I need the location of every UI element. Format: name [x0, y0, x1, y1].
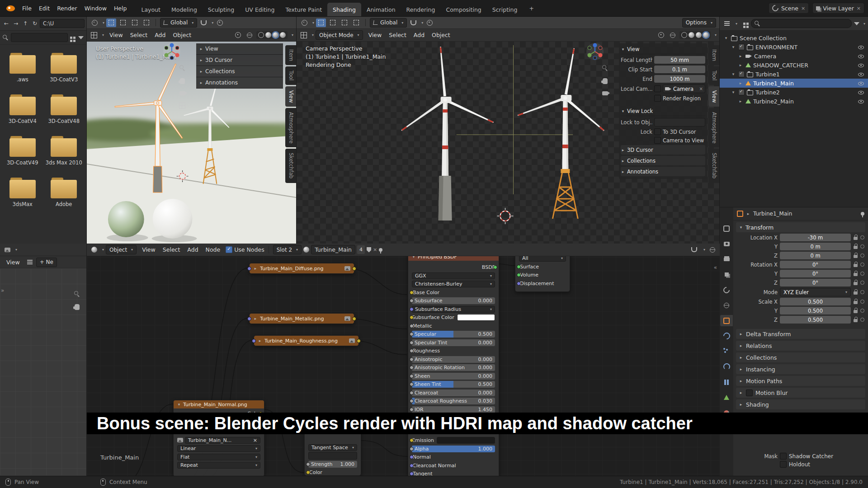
render-region-checkbox[interactable]: [654, 95, 661, 102]
viewport-3d-canvas[interactable]: User Perspective (1) Turbine1 | Turbine1…: [87, 42, 296, 244]
editor-type-icon[interactable]: [299, 31, 308, 39]
shader-menu-item[interactable]: Add: [184, 245, 202, 254]
filter-icon[interactable]: [78, 36, 84, 39]
gizmos-toggle[interactable]: [234, 31, 243, 39]
bsdf-input-row[interactable]: Alpha▾ Alpha 1.000 Alpha Alpha: [412, 446, 495, 452]
input-socket[interactable]: [410, 357, 414, 361]
display-mode-icon[interactable]: [740, 19, 749, 28]
input-socket[interactable]: [517, 273, 521, 277]
overlays-toggle[interactable]: [708, 245, 717, 254]
view-lock-section-header[interactable]: ▾View Lock: [621, 106, 705, 116]
bsdf-input-row[interactable]: Subsurface Radius▾ Subsurface Radius Sub…: [412, 306, 495, 313]
image-texture-node[interactable]: ▸ Turbine_Main_Roughness.png: [254, 335, 359, 346]
select-box-tool[interactable]: [106, 19, 116, 27]
lock-icon[interactable]: [853, 244, 858, 249]
properties-section-header[interactable]: ▸ Relations: [736, 341, 865, 351]
folder-item[interactable]: 3D-CoatV4: [2, 94, 43, 124]
workspace-tab[interactable]: Rendering: [401, 3, 441, 16]
bsdf-input-row[interactable]: Anisotropic▾ Anisotropic 0.000 Anisotrop…: [412, 356, 495, 363]
collection-checkbox[interactable]: [738, 71, 745, 77]
view-section-header[interactable]: ▾View: [621, 44, 705, 54]
value-field[interactable]: 0.500 ▾: [780, 298, 851, 305]
gizmos-toggle[interactable]: [657, 31, 666, 39]
forward-button[interactable]: →: [11, 19, 20, 28]
input-socket[interactable]: [410, 299, 414, 303]
select-tweak-tool[interactable]: [118, 19, 128, 27]
expand-toggle[interactable]: ▸: [738, 54, 743, 58]
properties-tab[interactable]: [720, 300, 733, 311]
bsdf-input-row[interactable]: Christensen-Burley▾ Christensen-Burley C…: [412, 281, 495, 287]
visibility-eye-toggle[interactable]: [858, 80, 864, 86]
number-field[interactable]: 0.1 m: [654, 66, 705, 73]
options-dropdown[interactable]: Options▾: [682, 18, 716, 28]
viewport-menu-item[interactable]: Select: [385, 31, 410, 39]
viewport-menu-item[interactable]: Object: [169, 31, 195, 39]
fake-user-shield-icon[interactable]: [367, 247, 371, 253]
properties-tab[interactable]: [720, 330, 733, 342]
properties-tab[interactable]: [720, 284, 733, 296]
sidebar-tab[interactable]: Item: [708, 45, 719, 65]
animate-dot[interactable]: [860, 309, 864, 313]
bsdf-input-row[interactable]: Clearcoat Roughness▾ Clearcoat Roughness…: [412, 398, 495, 404]
workspace-tab[interactable]: Shading: [327, 3, 361, 16]
visibility-eye-toggle[interactable]: [858, 53, 864, 59]
color-swatch[interactable]: [437, 437, 495, 444]
shadow-catcher-checkbox[interactable]: [780, 453, 787, 460]
folder-item[interactable]: 3D-CoatV3: [43, 53, 85, 83]
sidebar-tab[interactable]: Sketchfab: [708, 149, 719, 183]
lock-icon[interactable]: [853, 289, 858, 295]
lock-icon[interactable]: [853, 317, 858, 323]
topbar-menu-item[interactable]: Edit: [35, 4, 53, 13]
lock-object-field[interactable]: [654, 118, 705, 127]
properties-section-header[interactable]: ▸ Delta Transform: [736, 329, 865, 339]
up-button[interactable]: ↑: [21, 19, 30, 28]
outliner-row[interactable]: ▾ Turbine2: [720, 88, 868, 97]
input-socket[interactable]: [410, 324, 414, 328]
principled-bsdf-node[interactable]: ▾Principled BSDF BSDF GGX▾ GGX GGX GGX: [408, 252, 499, 476]
normal-texture-node[interactable]: ▾Turbine_Main_Normal.png Color Turbine_M…: [173, 400, 264, 476]
properties-tab[interactable]: [720, 392, 733, 403]
outliner-row[interactable]: ▾ Scene Collection: [720, 33, 868, 42]
filter-icon[interactable]: [854, 22, 859, 25]
new-image-button[interactable]: + Ne: [36, 258, 57, 267]
bsdf-input-row[interactable]: Metallic▾ Metallic Metallic Metallic: [412, 323, 495, 329]
view-layer-selector[interactable]: View Layer ×: [812, 3, 864, 14]
solid-shading-button[interactable]: [689, 32, 694, 38]
input-socket[interactable]: [410, 455, 414, 459]
vector-input-socket[interactable]: [252, 339, 256, 343]
color-output-socket[interactable]: [352, 267, 356, 271]
lock-icon[interactable]: [853, 280, 858, 286]
color-input-socket[interactable]: [306, 470, 310, 474]
input-socket[interactable]: [410, 399, 414, 403]
editor-type-icon[interactable]: [722, 19, 731, 28]
image-editor-canvas[interactable]: »: [0, 268, 86, 475]
properties-section-header[interactable]: ▸ Instancing: [736, 364, 865, 374]
proportional-editing-toggle[interactable]: [425, 19, 434, 27]
output-input-row[interactable]: Displacement: [519, 280, 566, 287]
snap-toggle[interactable]: [690, 245, 699, 254]
select-lasso-tool[interactable]: [351, 19, 361, 27]
image-texture-node[interactable]: ▸ Turbine_Main_Metalic.png: [249, 313, 354, 324]
viewport-menu-item[interactable]: View: [106, 31, 127, 39]
view-menu-item[interactable]: View: [3, 258, 24, 267]
editor-type-icon[interactable]: [90, 31, 99, 39]
expand-toggle[interactable]: ▸: [738, 63, 743, 67]
input-socket[interactable]: [517, 282, 521, 286]
zoom-icon[interactable]: [74, 291, 80, 297]
properties-tab[interactable]: [720, 315, 733, 326]
value-field[interactable]: -30 m ▾: [780, 234, 851, 241]
bsdf-input-row[interactable]: Normal▾ Normal Normal Normal: [412, 454, 495, 460]
workspace-tab[interactable]: Layout: [136, 3, 166, 16]
lock-icon[interactable]: [853, 253, 858, 258]
folder-item[interactable]: 3D-CoatV49: [2, 136, 43, 166]
slot-dropdown[interactable]: Slot 2▾: [273, 245, 302, 254]
expand-toggle[interactable]: ▾: [731, 90, 736, 94]
wireframe-shading-button[interactable]: [681, 32, 687, 38]
material-name-field[interactable]: Turbine_Main: [311, 245, 355, 254]
path-field[interactable]: C:\U: [40, 19, 85, 28]
viewport-menu-item[interactable]: Add: [410, 31, 428, 39]
input-socket[interactable]: [410, 332, 414, 336]
sidebar-section[interactable]: ▸View: [196, 43, 283, 55]
value-field[interactable]: XYZ Euler ▾: [780, 288, 851, 296]
animate-dot[interactable]: [860, 318, 864, 322]
